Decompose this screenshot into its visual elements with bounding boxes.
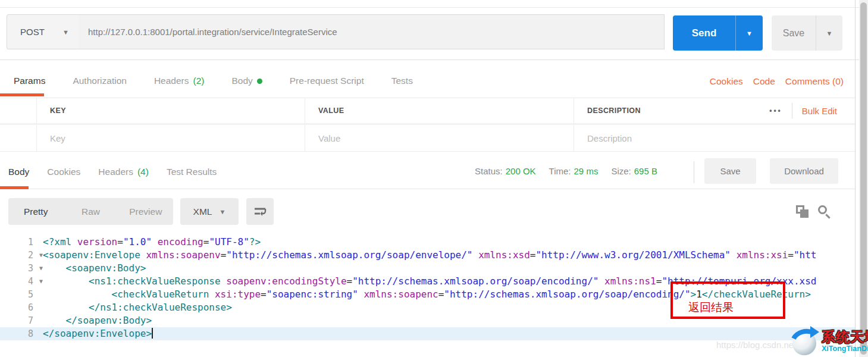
tab-body[interactable]: Body <box>231 76 262 86</box>
more-options-icon[interactable]: ••• <box>769 107 782 115</box>
key-cell <box>37 125 305 151</box>
code-token: "http://schemas.xmlsoap.org/soap/envelop… <box>226 249 472 261</box>
mode-raw[interactable]: Raw <box>63 198 118 225</box>
line-number: 5 <box>28 289 33 300</box>
vertical-scrollbar[interactable] <box>859 0 868 357</box>
response-tab-body[interactable]: Body <box>8 167 29 177</box>
response-tab-cookies[interactable]: Cookies <box>47 167 80 177</box>
code-token: "UTF-8" <box>209 236 249 248</box>
send-button[interactable]: Send ▼ <box>673 15 763 51</box>
chevron-down-icon: ▼ <box>62 29 69 36</box>
mode-pretty[interactable]: Pretty <box>8 198 63 225</box>
code-text[interactable]: </soapenv:Envelope> <box>43 327 855 340</box>
code-token: "soapenc:string" <box>267 289 358 300</box>
code-text[interactable]: <soapenv:Envelope xmlns:soapenv="http://… <box>43 249 855 262</box>
code-token <box>152 236 158 248</box>
meta-label: Time: <box>549 166 571 176</box>
format-dropdown[interactable]: XML ▼ <box>180 198 239 225</box>
fold-toggle-icon[interactable]: ▼ <box>39 275 43 288</box>
watermark-texts: 系统天地 XiTongTianDi.net <box>822 325 868 357</box>
meta-label: Status: <box>475 166 503 176</box>
method-label: POST <box>20 27 45 37</box>
code-text[interactable]: <?xml version="1.0" encoding="UTF-8"?> <box>43 236 855 249</box>
line-number: 6 <box>28 302 33 313</box>
watermark-site: XiTongTianDi.net <box>822 345 868 353</box>
code-token: xmlns:ns1 <box>604 275 656 287</box>
code-token: = <box>261 289 267 300</box>
row-handle-cell <box>0 125 37 151</box>
value-cell <box>305 125 574 151</box>
meta-value: 695 B <box>634 166 657 176</box>
link-code[interactable]: Code <box>753 76 775 87</box>
code-token: "htt <box>794 249 817 261</box>
save-response-button[interactable]: Save <box>704 158 756 184</box>
description-header-label: DESCRIPTION <box>587 107 641 115</box>
tab-label: Test Results <box>167 167 217 177</box>
code-token: <?xml <box>43 236 77 248</box>
view-mode-switch: PrettyRawPreview <box>8 198 173 225</box>
tab-headers[interactable]: Headers(2) <box>154 76 205 86</box>
copy-icon <box>800 209 809 218</box>
key-input[interactable] <box>50 133 305 143</box>
code-token: xmlns:soapenc <box>364 289 438 300</box>
value-input[interactable] <box>318 133 574 143</box>
line-number: 3 <box>28 263 33 274</box>
code-token: </soapenv:Envelope> <box>43 328 152 339</box>
fold-toggle-icon[interactable]: ▼ <box>39 249 43 262</box>
code-token: "http://schemas.xmlsoap.org/soap/encodin… <box>444 289 690 300</box>
code-token: xmlns:xsd <box>478 249 530 261</box>
tab-authorization[interactable]: Authorization <box>73 76 126 86</box>
line-gutter: 4▼ <box>0 275 43 288</box>
tab-pre-request-script[interactable]: Pre-request Script <box>290 76 364 86</box>
link-cookies[interactable]: Cookies <box>710 76 743 87</box>
code-token: <ns1:checkValueResponse <box>89 275 226 287</box>
url-input[interactable] <box>79 14 665 49</box>
text-cursor <box>152 328 153 339</box>
controls-divider <box>792 103 792 118</box>
params-header-row: KEY VALUE DESCRIPTION ••• Bulk Edit <box>0 98 855 125</box>
download-response-button[interactable]: Download <box>770 158 838 184</box>
request-bar-divider <box>0 60 868 60</box>
line-number: 4 <box>28 276 33 287</box>
code-token: version <box>77 236 117 248</box>
method-dropdown[interactable]: POST ▼ <box>7 14 79 49</box>
chevron-down-icon: ▼ <box>746 30 753 37</box>
search-button[interactable] <box>818 205 832 220</box>
globe-arrow-icon <box>791 325 819 357</box>
column-header-value: VALUE <box>305 98 574 123</box>
bulk-edit-link[interactable]: Bulk Edit <box>802 106 837 116</box>
save-dropdown-button[interactable]: ▼ <box>816 15 842 51</box>
code-token: "1.0" <box>123 236 152 248</box>
response-tab-headers[interactable]: Headers(4) <box>98 167 149 177</box>
code-token: <checkValueReturn <box>112 289 215 300</box>
line-gutter: 7 <box>0 314 43 327</box>
tab-label: Cookies <box>47 167 80 177</box>
line-number: 8 <box>28 328 33 339</box>
code-token: <soapenv:Envelope <box>43 249 146 261</box>
tab-params[interactable]: Params <box>14 76 45 86</box>
description-input[interactable] <box>587 133 837 143</box>
search-icon <box>825 214 830 218</box>
code-token: = <box>203 236 209 248</box>
response-tab-test-results[interactable]: Test Results <box>167 167 217 177</box>
watermark-url: https://blog.csdn.ne <box>716 340 794 350</box>
response-meta-item: Size:695 B <box>611 166 657 176</box>
active-tab-underline <box>0 93 44 96</box>
wrap-lines-button[interactable] <box>246 198 274 225</box>
code-token <box>43 275 89 287</box>
save-request-button[interactable]: Save ▼ <box>772 15 842 51</box>
code-token <box>43 262 66 274</box>
wrap-lines-icon <box>253 206 267 218</box>
copy-button[interactable] <box>796 205 810 220</box>
line-gutter: 1 <box>0 236 43 249</box>
fold-toggle-icon[interactable]: ▼ <box>39 262 43 275</box>
scrollbar-thumb[interactable] <box>860 2 867 355</box>
description-cell <box>574 125 855 151</box>
code-text[interactable]: <soapenv:Body> <box>43 262 855 275</box>
code-token: = <box>347 275 353 287</box>
tab-tests[interactable]: Tests <box>391 76 413 86</box>
mode-preview[interactable]: Preview <box>118 198 173 225</box>
link-comments-0[interactable]: Comments (0) <box>785 76 844 87</box>
send-dropdown-button[interactable]: ▼ <box>735 15 763 51</box>
line-gutter: 3▼ <box>0 262 43 275</box>
